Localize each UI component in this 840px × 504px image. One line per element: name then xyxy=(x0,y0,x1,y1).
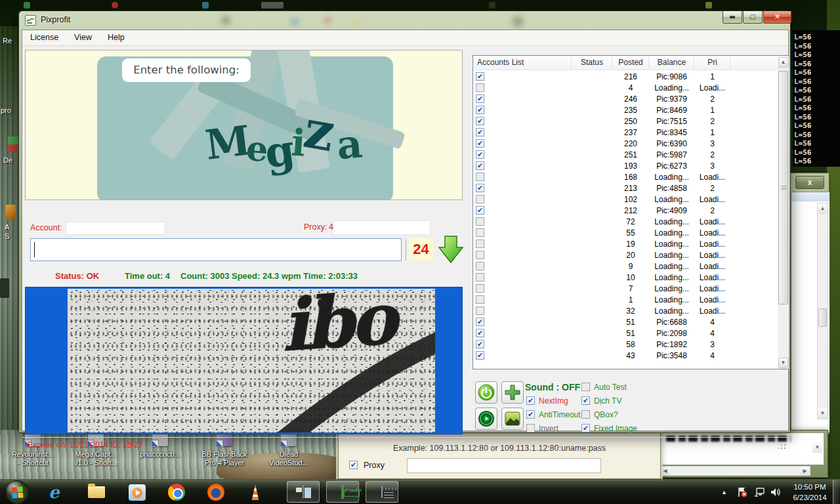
resize-grip[interactable] xyxy=(778,442,786,450)
checkbox-box-invert[interactable] xyxy=(526,424,535,432)
account-row[interactable]: ✔51Pic:20984 xyxy=(473,328,777,339)
account-row-checkbox[interactable]: ✔ xyxy=(476,340,484,348)
account-input[interactable] xyxy=(66,222,165,235)
account-row[interactable]: 10Loading...Loadi... xyxy=(473,272,777,284)
taskbar-clock[interactable]: 10:50 PM 6/23/2014 xyxy=(789,482,831,503)
account-row-checkbox[interactable]: ✔ xyxy=(476,329,484,337)
account-row[interactable]: ✔235Pic:84691 xyxy=(473,105,777,116)
checkbox-box-antitimeout[interactable]: ✔ xyxy=(526,410,535,419)
close-button[interactable]: ✕ xyxy=(763,11,791,24)
account-row-checkbox[interactable] xyxy=(476,251,484,259)
account-row[interactable]: ✔216Pic:90861 xyxy=(473,72,777,83)
checkbox-box-fixed-image[interactable]: ✔ xyxy=(581,424,590,432)
add-button[interactable] xyxy=(501,381,524,404)
account-row-checkbox[interactable]: ✔ xyxy=(476,139,484,148)
account-row[interactable]: 102Loading...Loadi... xyxy=(473,194,777,205)
proxy-dialog-input[interactable] xyxy=(407,458,601,473)
menu-license[interactable]: License xyxy=(22,30,66,45)
submit-arrow-icon[interactable] xyxy=(436,234,465,264)
account-row[interactable]: ✔250Pic:75152 xyxy=(473,116,777,127)
column-header-pri[interactable]: Pri xyxy=(694,58,730,67)
scroll-right-icon[interactable]: ▶ xyxy=(800,467,810,475)
desktop-icon[interactable] xyxy=(5,205,16,219)
checkbox-qbox-[interactable]: QBox? xyxy=(581,409,667,423)
account-row-checkbox[interactable] xyxy=(476,83,484,92)
console-window[interactable]: L=56L=56L=56L=56L=56L=56L=56L=56L=56L=56… xyxy=(793,30,840,167)
minimize-button[interactable]: ▬ xyxy=(723,11,742,24)
close-icon[interactable]: x xyxy=(795,176,824,189)
taskbar-firefox-icon[interactable] xyxy=(205,482,227,502)
captcha-answer-input[interactable] xyxy=(30,238,402,261)
taskbar-code-button[interactable]: CodeCode xyxy=(326,481,359,503)
account-row-checkbox[interactable]: ✔ xyxy=(476,206,484,215)
checkbox-box-auto-test[interactable] xyxy=(581,383,590,391)
account-row[interactable]: 20Loading...Loadi... xyxy=(473,250,777,261)
account-row[interactable]: ✔220Pic:63903 xyxy=(473,138,777,150)
checkbox-box-qbox-[interactable] xyxy=(581,410,590,419)
account-row-checkbox[interactable] xyxy=(476,195,484,203)
scroll-down-icon[interactable]: ▼ xyxy=(812,442,822,453)
scroll-left-icon[interactable]: ◀ xyxy=(660,467,670,475)
tray-expand-icon[interactable]: ▲ xyxy=(721,489,727,495)
account-row-checkbox[interactable] xyxy=(476,306,484,315)
background-window-right[interactable]: x ▲ ▼ xyxy=(786,173,829,435)
maximize-button[interactable]: ▢ xyxy=(743,11,763,24)
account-row-checkbox[interactable] xyxy=(476,284,484,293)
checkbox-box-d-ch-tv[interactable]: ✔ xyxy=(581,396,590,405)
account-row[interactable]: 32Loading...Loadi... xyxy=(473,306,777,317)
column-header-posted[interactable]: Posted xyxy=(612,58,649,67)
account-row[interactable]: 168Loading...Loadi... xyxy=(473,172,777,183)
proxy-input[interactable] xyxy=(333,220,430,235)
taskbar-chrome-icon[interactable] xyxy=(165,482,188,502)
account-row-checkbox[interactable] xyxy=(476,262,484,270)
scrollbar-thumb[interactable] xyxy=(818,308,827,327)
volume-icon[interactable] xyxy=(769,486,781,498)
action-center-icon[interactable] xyxy=(736,486,748,498)
desktop-icon[interactable] xyxy=(0,278,9,298)
taskbar-pixprofit-button[interactable] xyxy=(287,481,320,503)
account-row[interactable]: 55Loading...Loadi... xyxy=(473,228,777,239)
play-button[interactable] xyxy=(475,408,497,430)
account-row-checkbox[interactable]: ✔ xyxy=(476,128,484,136)
checkbox-d-ch-tv[interactable]: ✔Dịch TV xyxy=(581,395,667,409)
menu-help[interactable]: Help xyxy=(100,30,133,45)
horizontal-scrollbar[interactable]: ◀ ▶ xyxy=(660,466,810,476)
account-row[interactable]: ✔51Pic:66884 xyxy=(473,317,777,328)
accounts-scrollbar[interactable]: ▲ ▼ xyxy=(778,56,789,369)
account-row[interactable]: 7Loading...Loadi... xyxy=(473,284,777,295)
account-row-checkbox[interactable] xyxy=(476,228,484,237)
checkbox-box-nextimg[interactable]: ✔ xyxy=(526,396,535,405)
account-row[interactable]: ✔237Pic:83451 xyxy=(473,127,777,138)
account-row-checkbox[interactable]: ✔ xyxy=(476,94,484,103)
account-row[interactable]: 72Loading...Loadi... xyxy=(473,217,777,228)
start-button[interactable] xyxy=(5,480,29,504)
account-row-checkbox[interactable]: ✔ xyxy=(476,318,484,326)
account-row[interactable]: 1Loading...Loadi... xyxy=(473,295,777,306)
scrollbar-thumb[interactable] xyxy=(778,71,788,304)
account-row[interactable]: 4Loading...Loadi... xyxy=(473,83,777,94)
column-header-accounts-list[interactable]: Accounts List xyxy=(477,58,524,67)
scroll-up-icon[interactable]: ▲ xyxy=(818,203,828,214)
account-row-checkbox[interactable] xyxy=(476,240,484,248)
account-row-checkbox[interactable]: ✔ xyxy=(476,161,484,170)
account-row-checkbox[interactable]: ✔ xyxy=(476,351,484,360)
account-row[interactable]: ✔212Pic:49092 xyxy=(473,205,777,217)
column-header-status[interactable]: Status xyxy=(572,58,612,67)
account-row[interactable]: 9Loading...Loadi... xyxy=(473,261,777,272)
account-row[interactable]: ✔246Pic:93792 xyxy=(473,94,777,105)
account-row-checkbox[interactable] xyxy=(476,173,484,181)
image-button[interactable] xyxy=(501,408,524,430)
taskbar-explorer-icon[interactable] xyxy=(85,482,108,502)
account-row[interactable]: 19Loading...Loadi... xyxy=(473,239,777,250)
account-row-checkbox[interactable]: ✔ xyxy=(476,184,484,192)
account-row[interactable]: ✔43Pic:35484 xyxy=(473,350,777,362)
column-header-balance[interactable]: Balance xyxy=(649,58,694,67)
power-button[interactable] xyxy=(475,381,497,404)
account-row-checkbox[interactable] xyxy=(476,273,484,282)
account-row-checkbox[interactable]: ✔ xyxy=(476,117,484,125)
vertical-scrollbar[interactable]: ▲ ▼ xyxy=(817,203,828,419)
account-row[interactable]: ✔213Pic:48582 xyxy=(473,183,777,194)
taskbar-vlc-icon[interactable] xyxy=(244,482,266,502)
proxy-checkbox[interactable]: ✔ xyxy=(349,461,358,469)
account-row-checkbox[interactable] xyxy=(476,295,484,304)
